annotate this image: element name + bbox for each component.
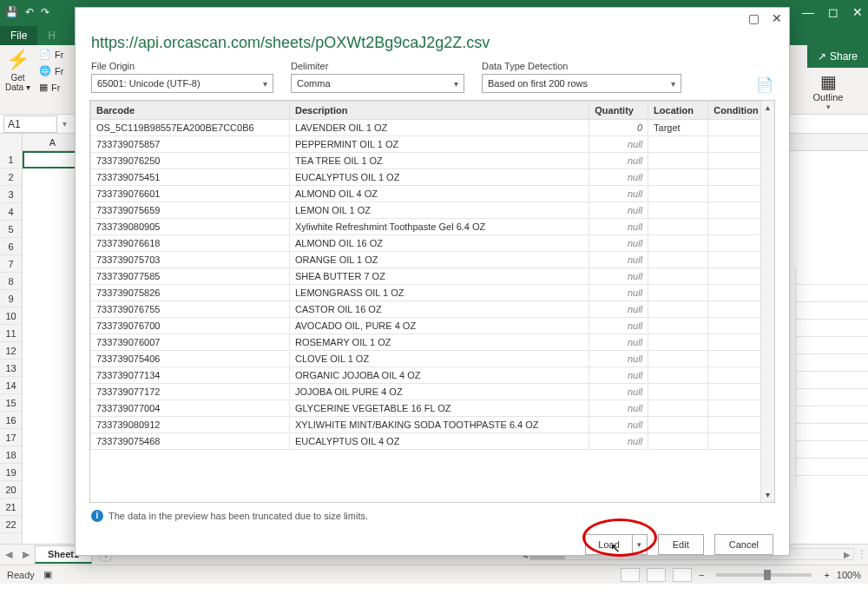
scroll-down-icon[interactable]: ▾ [761,488,774,502]
file-icon: 📄 [39,49,51,60]
sheet-split-handle[interactable]: ⋮ [858,549,866,558]
table-row[interactable]: 733739075451EUCALYPTUS OIL 1 OZnull [91,169,774,186]
minimize-icon[interactable]: — [802,6,814,18]
row-9[interactable]: 9 [0,290,22,307]
table-row[interactable]: 733739075857PEPPERMINT OIL 1 OZnull [91,136,774,153]
row-12[interactable]: 12 [0,342,22,360]
sheet-nav-next-icon[interactable]: ▶ [17,549,35,560]
table-row[interactable]: 733739075826LEMONGRASS OIL 1 OZnull [91,285,774,301]
table-row[interactable]: 733739077172JOJOBA OIL PURE 4 OZnull [91,384,774,400]
table-row[interactable]: 733739075406CLOVE OIL 1 OZnull [91,351,774,367]
settings-icon[interactable]: 📄 [756,76,773,93]
table-row[interactable]: 733739076755CASTOR OIL 16 OZnull [91,301,774,318]
zoom-in-icon[interactable]: + [824,570,829,580]
dialog-maximize-icon[interactable]: ▢ [748,11,760,25]
dialog-close-icon[interactable]: ✕ [772,11,782,25]
row-14[interactable]: 14 [0,377,22,394]
row-11[interactable]: 11 [0,325,22,342]
row-13[interactable]: 13 [0,360,22,377]
delimiter-combo[interactable]: Comma ▾ [291,74,464,93]
row-16[interactable]: 16 [0,412,22,429]
table-row[interactable]: 733739076601ALMOND OIL 4 OZnull [91,186,774,202]
data-preview: BarcodeDescriptionQuantityLocationCondit… [89,100,775,503]
cell-quantity: null [589,153,648,169]
outline-group[interactable]: ▦ Outline ▾ [802,71,854,111]
from-source-1[interactable]: 📄Fr [39,49,63,60]
view-pagebreak-button[interactable] [673,568,692,582]
row-22[interactable]: 22 [0,516,22,533]
row-15[interactable]: 15 [0,394,22,412]
undo-icon[interactable]: ↶ [25,6,34,18]
cell-quantity: null [589,318,648,334]
tab-file[interactable]: File [0,26,37,45]
truncation-text: The data in the preview has been truncat… [108,511,368,521]
tab-partial-h[interactable]: H [37,26,66,45]
cell-description: PEPPERMINT OIL 1 OZ [289,136,589,153]
share-button[interactable]: ↗ Share [812,49,863,64]
col-description[interactable]: Description [289,102,589,120]
row-7[interactable]: 7 [0,255,22,273]
redo-icon[interactable]: ↷ [41,6,49,18]
view-pagelayout-button[interactable] [647,568,666,582]
scroll-up-icon[interactable]: ▴ [761,101,774,115]
row-8[interactable]: 8 [0,273,22,290]
macro-record-icon[interactable]: ▣ [43,569,52,580]
row-20[interactable]: 20 [0,481,22,499]
from-source-3[interactable]: ▦Fr [39,82,60,93]
cell-location [648,400,708,417]
table-row[interactable]: 733739077585SHEA BUTTER 7 OZnull [91,268,774,285]
row-19[interactable]: 19 [0,464,22,481]
edit-button[interactable]: Edit [658,534,704,555]
row-2[interactable]: 2 [0,168,22,186]
maximize-icon[interactable]: ◻ [828,6,838,18]
save-icon[interactable]: 💾 [5,6,18,18]
table-row[interactable]: 733739075703ORANGE OIL 1 OZnull [91,252,774,268]
cell-quantity: null [589,351,648,367]
row-5[interactable]: 5 [0,221,22,238]
name-box[interactable]: A1 [3,116,57,133]
table-row[interactable]: 733739077134ORGANIC JOJOBA OIL 4 OZnull [91,367,774,384]
load-button[interactable]: Load ▾ [585,534,647,555]
table-row[interactable]: 733739080912XYLIWHITE MINT/BAKING SODA T… [91,417,774,433]
table-row[interactable]: 733739076250TEA TREE OIL 1 OZnull [91,153,774,169]
col-quantity[interactable]: Quantity [589,102,648,120]
table-row[interactable]: 733739076007ROSEMARY OIL 1 OZnull [91,334,774,351]
from-source-2[interactable]: 🌐Fr [39,65,63,76]
get-data-button[interactable]: ⚡ GetData ▾ [5,49,30,92]
col-barcode[interactable]: Barcode [91,102,290,120]
detection-combo[interactable]: Based on first 200 rows ▾ [482,74,681,93]
zoom-level[interactable]: 100% [837,570,861,580]
row-4[interactable]: 4 [0,203,22,221]
file-origin-combo[interactable]: 65001: Unicode (UTF-8) ▾ [91,74,273,93]
table-row[interactable]: 733739080905Xyliwhite Refreshmint Toothp… [91,219,774,235]
zoom-out-icon[interactable]: − [699,570,704,580]
row-6[interactable]: 6 [0,238,22,255]
hscroll-right-icon[interactable]: ▶ [844,550,851,559]
table-row[interactable]: 733739077004GLYCERINE VEGETABLE 16 FL OZ… [91,400,774,417]
view-normal-button[interactable] [621,568,640,582]
table-row[interactable]: 733739076618ALMOND OIL 16 OZnull [91,235,774,252]
sheet-nav-prev-icon[interactable]: ◀ [0,549,17,560]
cancel-button[interactable]: Cancel [714,534,773,555]
row-17[interactable]: 17 [0,429,22,446]
cell-location [648,301,708,318]
col-location[interactable]: Location [648,102,708,120]
row-10[interactable]: 10 [0,307,22,325]
close-icon[interactable]: ✕ [852,6,863,18]
row-21[interactable]: 21 [0,499,22,516]
status-bar: Ready ▣ − + 100% [0,565,868,584]
zoom-slider-thumb[interactable] [764,570,771,580]
table-row[interactable]: 733739076700AVOCADO OIL, PURE 4 OZnull [91,318,774,334]
row-headers[interactable]: 1 2 3 4 5 6 7 8 9 10 11 12 13 14 15 16 1… [0,134,23,544]
load-dropdown-icon[interactable]: ▾ [633,540,647,549]
table-row[interactable]: 733739075659LEMON OIL 1 OZnull [91,202,774,219]
row-1[interactable]: 1 [0,151,22,168]
cell-barcode: 733739076601 [91,186,290,202]
row-3[interactable]: 3 [0,186,22,203]
table-row[interactable]: OS_5C119B98557EA200BE7CC0B6LAVENDER OIL … [91,120,774,136]
preview-scrollbar[interactable]: ▴ ▾ [760,101,774,502]
table-row[interactable]: 733739075468EUCALYPTUS OIL 4 OZnull [91,433,774,450]
zoom-slider[interactable] [716,573,812,577]
row-18[interactable]: 18 [0,446,22,464]
namebox-dropdown-icon[interactable]: ▾ [62,119,67,129]
